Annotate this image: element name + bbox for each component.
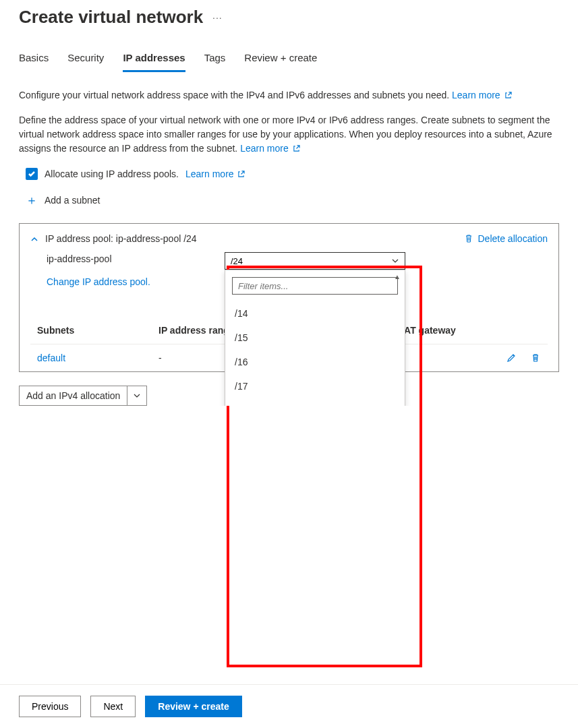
collapse-icon[interactable] — [30, 235, 38, 245]
edit-icon[interactable] — [506, 353, 517, 363]
change-pool-link[interactable]: Change IP address pool. — [30, 276, 150, 287]
pool-name-label: ip-address-pool — [47, 252, 218, 264]
add-ipv4-allocation-button[interactable]: Add an IPv4 allocation — [19, 386, 147, 406]
dropdown-filter-input[interactable] — [232, 277, 398, 295]
learn-more-link-1[interactable]: Learn more — [452, 90, 511, 100]
nat-col-header: NAT gateway — [397, 325, 541, 336]
more-actions-icon[interactable]: ··· — [212, 12, 223, 23]
dropdown-item[interactable]: /17 — [225, 374, 405, 398]
dropdown-item[interactable]: /14 — [225, 301, 405, 326]
intro-text-2: Define the address space of your virtual… — [19, 113, 559, 156]
delete-icon[interactable] — [530, 353, 541, 363]
learn-more-link-3[interactable]: Learn more — [185, 169, 245, 179]
ip-pool-card: IP address pool: ip-address-pool /24 Del… — [19, 223, 559, 372]
add-allocation-dropdown[interactable] — [127, 386, 146, 405]
page-title: Create virtual network — [19, 7, 203, 28]
chevron-down-icon — [391, 257, 399, 265]
external-link-icon — [237, 171, 245, 178]
trash-icon — [464, 234, 473, 243]
external-link-icon — [293, 145, 300, 152]
cidr-dropdown: ▲ /14/15/16/17/18/19/20/21/22/23/24/25/2… — [225, 270, 405, 406]
allocate-pools-label: Allocate using IP address pools. — [45, 169, 179, 179]
allocate-pools-checkbox[interactable] — [26, 168, 38, 180]
tab-security[interactable]: Security — [67, 48, 104, 72]
add-subnet-button[interactable]: ＋ Add a subnet — [26, 192, 559, 208]
scroll-up-icon[interactable]: ▲ — [394, 273, 401, 280]
dropdown-item[interactable]: /16 — [225, 350, 405, 374]
dropdown-item[interactable]: /15 — [225, 326, 405, 350]
delete-allocation-button[interactable]: Delete allocation — [464, 233, 548, 244]
dropdown-item[interactable]: /18 — [225, 398, 405, 406]
tabs: BasicsSecurityIP addressesTagsReview + c… — [19, 48, 559, 72]
tab-tags[interactable]: Tags — [204, 48, 226, 72]
subnets-col-header: Subnets — [37, 325, 158, 336]
cidr-select[interactable]: /24 — [225, 252, 405, 270]
tab-basics[interactable]: Basics — [19, 48, 49, 72]
chevron-down-icon — [133, 392, 141, 400]
intro-text-1: Configure your virtual network address s… — [19, 88, 559, 102]
external-link-icon — [504, 92, 512, 99]
pool-title: IP address pool: ip-address-pool /24 — [45, 233, 197, 244]
plus-icon: ＋ — [26, 192, 38, 208]
tab-ip-addresses[interactable]: IP addresses — [123, 48, 185, 72]
learn-more-link-2[interactable]: Learn more — [240, 143, 299, 154]
subnet-name-link[interactable]: default — [37, 353, 65, 363]
tab-review-create[interactable]: Review + create — [244, 48, 317, 72]
